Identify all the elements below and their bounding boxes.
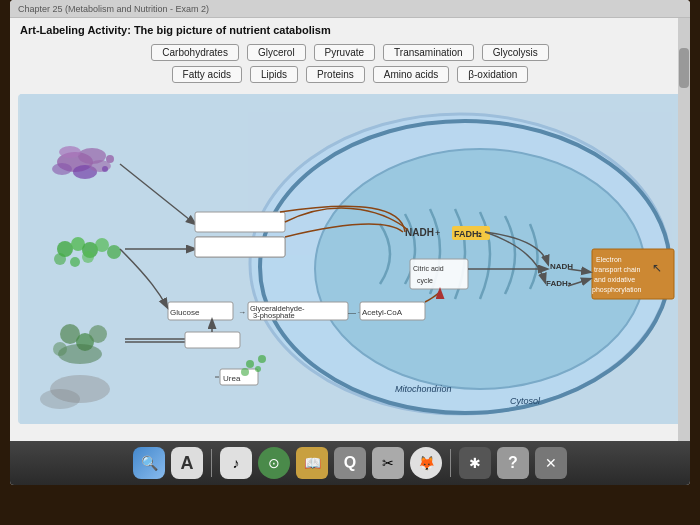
quicksilver-symbol: Q (344, 454, 356, 472)
firefox-icon[interactable]: 🦊 (410, 447, 442, 479)
bluetooth-icon[interactable]: ✱ (459, 447, 491, 479)
firefox-symbol: 🦊 (418, 455, 435, 471)
svg-text:NADH: NADH (405, 227, 434, 238)
label-row-1: Carbohydrates Glycerol Pyruvate Transami… (20, 44, 680, 61)
launchpad-symbol: A (181, 453, 194, 474)
launchpad-icon[interactable]: A (171, 447, 203, 479)
page-title: Art-Labeling Activity: The big picture o… (10, 18, 690, 40)
svg-point-69 (255, 366, 261, 372)
svg-point-18 (70, 257, 80, 267)
svg-point-66 (246, 360, 254, 368)
svg-point-11 (102, 166, 108, 172)
bluetooth-symbol: ✱ (469, 455, 481, 471)
svg-text:↖: ↖ (652, 261, 662, 275)
svg-point-24 (53, 342, 67, 356)
svg-point-16 (107, 245, 121, 259)
quicksilver-icon[interactable]: Q (334, 447, 366, 479)
label-carbohydrates[interactable]: Carbohydrates (151, 44, 239, 61)
svg-text:Urea: Urea (223, 374, 241, 383)
label-fatty-acids[interactable]: Fatty acids (172, 66, 242, 83)
svg-text:Citric acid: Citric acid (413, 265, 444, 272)
svg-rect-65 (185, 332, 240, 348)
screen: Chapter 25 (Metabolism and Nutrition - E… (10, 0, 690, 485)
chapter-label: Chapter 25 (Metabolism and Nutrition - E… (18, 4, 209, 14)
svg-point-19 (82, 251, 94, 263)
svg-text:transport chain: transport chain (594, 266, 640, 274)
dock: 🔍 A ♪ ⊙ 📖 Q ✂ 🦊 ✱ (10, 441, 690, 485)
close-symbol: ✕ (545, 455, 557, 471)
book-symbol: 📖 (304, 455, 321, 471)
svg-point-68 (241, 368, 249, 376)
svg-point-26 (40, 389, 80, 409)
svg-text:Cytosol: Cytosol (510, 396, 541, 406)
svg-rect-30 (195, 212, 285, 232)
svg-text:Mitochondrion: Mitochondrion (395, 384, 452, 394)
svg-text:3-phosphate: 3-phosphate (253, 311, 295, 320)
label-beta-oxidation[interactable]: β-oxidation (457, 66, 528, 83)
svg-point-22 (89, 325, 107, 343)
svg-text:cycle: cycle (417, 277, 433, 285)
music-icon[interactable]: ♪ (220, 447, 252, 479)
help-symbol: ? (508, 454, 518, 472)
diagram-area: Glucose → Glyceraldehyde- 3-phosphate —→… (18, 94, 682, 424)
music-symbol: ♪ (233, 455, 240, 471)
svg-rect-42 (410, 259, 468, 289)
label-amino-acids[interactable]: Amino acids (373, 66, 449, 83)
book-icon[interactable]: 📖 (296, 447, 328, 479)
help-icon[interactable]: ? (497, 447, 529, 479)
label-pyruvate[interactable]: Pyruvate (314, 44, 375, 61)
network-symbol: ⊙ (268, 455, 280, 471)
svg-text:FADH₂: FADH₂ (546, 279, 572, 288)
finder-symbol: 🔍 (141, 455, 158, 471)
snip-icon[interactable]: ✂ (372, 447, 404, 479)
svg-text:phosphorylation: phosphorylation (592, 286, 642, 294)
svg-text:Acetyl-CoA: Acetyl-CoA (362, 308, 403, 317)
network-icon[interactable]: ⊙ (258, 447, 290, 479)
scrollbar-thumb[interactable] (679, 48, 689, 88)
svg-text:→: → (238, 308, 246, 317)
snip-symbol: ✂ (382, 455, 394, 471)
svg-text:FADH₂: FADH₂ (454, 229, 483, 239)
label-glycerol[interactable]: Glycerol (247, 44, 306, 61)
finder-icon[interactable]: 🔍 (133, 447, 165, 479)
svg-point-15 (95, 238, 109, 252)
svg-text:and oxidative: and oxidative (594, 276, 635, 283)
svg-point-67 (258, 355, 266, 363)
close-icon[interactable]: ✕ (535, 447, 567, 479)
svg-point-9 (59, 146, 81, 158)
svg-text:Glucose: Glucose (170, 308, 200, 317)
svg-point-7 (52, 163, 72, 175)
svg-point-17 (54, 253, 66, 265)
label-transamination[interactable]: Transamination (383, 44, 474, 61)
label-glycolysis[interactable]: Glycolysis (482, 44, 549, 61)
svg-rect-32 (195, 237, 285, 257)
label-row-2: Fatty acids Lipids Proteins Amino acids … (20, 66, 680, 83)
svg-point-10 (106, 155, 114, 163)
scrollbar[interactable] (678, 18, 690, 441)
labels-area: Carbohydrates Glycerol Pyruvate Transami… (10, 40, 690, 94)
label-proteins[interactable]: Proteins (306, 66, 365, 83)
svg-text:Electron: Electron (596, 256, 622, 263)
top-bar: Chapter 25 (Metabolism and Nutrition - E… (10, 0, 690, 18)
diagram-svg: Glucose → Glyceraldehyde- 3-phosphate —→… (18, 94, 682, 424)
label-lipids[interactable]: Lipids (250, 66, 298, 83)
svg-text:+: + (435, 228, 440, 238)
